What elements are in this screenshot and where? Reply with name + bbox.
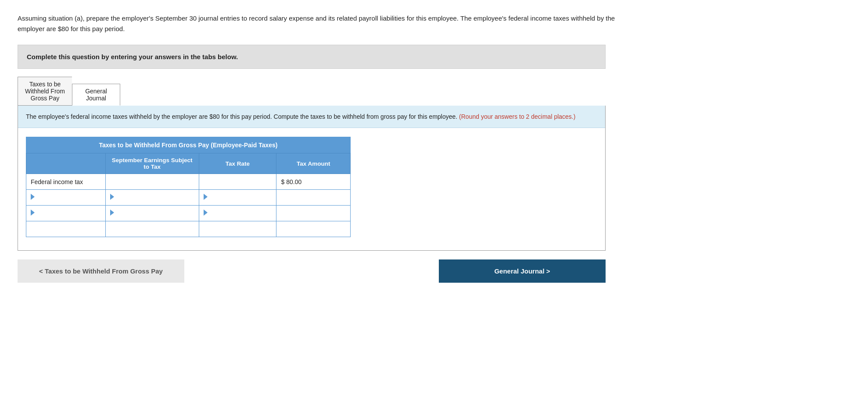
tabs-container: Taxes to be Withheld From Gross Pay Gene… (18, 77, 606, 106)
row-2-earnings[interactable] (105, 190, 199, 206)
row-4-label[interactable] (26, 221, 106, 237)
info-banner-red-text: (Round your answers to 2 decimal places.… (459, 113, 575, 120)
table-row (26, 221, 351, 237)
instruction-box: Complete this question by entering your … (18, 45, 606, 69)
nav-buttons: Taxes to be Withheld From Gross Pay Gene… (18, 259, 606, 283)
row-1-earnings-input[interactable] (110, 178, 194, 185)
row-3-label-input[interactable] (38, 210, 100, 217)
intro-text: Assuming situation (a), prepare the empl… (18, 13, 632, 34)
row-4-amount-input[interactable] (281, 226, 346, 233)
next-button[interactable]: General Journal (439, 259, 606, 283)
table-row: Federal income tax $ 80.00 (26, 174, 351, 190)
prev-button[interactable]: Taxes to be Withheld From Gross Pay (18, 259, 184, 283)
row-1-rate-input[interactable] (204, 178, 272, 185)
row-3-earnings-input[interactable] (118, 210, 193, 217)
col-header-label (26, 153, 106, 174)
triangle-icon (110, 210, 114, 216)
col-header-rate: Tax Rate (199, 153, 276, 174)
table-row (26, 206, 351, 221)
row-4-earnings[interactable] (105, 221, 199, 237)
tab-journal-line2: Journal (79, 95, 113, 102)
tab-journal[interactable]: General Journal (72, 84, 120, 106)
tab-taxes-line3: Gross Pay (25, 95, 65, 102)
tax-table: Taxes to be Withheld From Gross Pay (Emp… (26, 137, 351, 237)
prev-button-label: Taxes to be Withheld From Gross Pay (45, 267, 163, 275)
row-2-label[interactable] (26, 190, 106, 206)
triangle-icon (31, 194, 35, 200)
row-1-amount-value: 80.00 (286, 178, 301, 185)
triangle-icon (204, 194, 208, 200)
table-section: Taxes to be Withheld From Gross Pay (Emp… (18, 128, 605, 250)
row-2-earnings-input[interactable] (118, 194, 193, 201)
info-banner-main-text: The employee's federal income taxes with… (26, 113, 457, 120)
next-button-label: General Journal (494, 267, 544, 275)
triangle-icon (110, 194, 114, 200)
row-1-earnings[interactable] (105, 174, 199, 190)
row-1-dollar: $ (281, 178, 286, 185)
table-title: Taxes to be Withheld From Gross Pay (Emp… (26, 137, 351, 153)
triangle-icon (204, 210, 208, 216)
col-header-amount: Tax Amount (276, 153, 351, 174)
info-banner: The employee's federal income taxes with… (18, 106, 605, 128)
row-4-amount[interactable] (276, 221, 351, 237)
row-1-amount: $ 80.00 (276, 174, 351, 190)
row-4-label-input[interactable] (31, 226, 101, 233)
table-row (26, 190, 351, 206)
row-3-amount[interactable] (276, 206, 351, 221)
row-3-amount-input[interactable] (281, 210, 346, 217)
row-2-amount-input[interactable] (281, 194, 346, 201)
row-4-rate[interactable] (199, 221, 276, 237)
content-area: The employee's federal income taxes with… (18, 106, 606, 251)
tab-taxes[interactable]: Taxes to be Withheld From Gross Pay (18, 77, 72, 106)
row-4-rate-input[interactable] (204, 226, 272, 233)
triangle-icon (31, 210, 35, 216)
row-2-label-input[interactable] (38, 194, 100, 201)
row-2-rate[interactable] (199, 190, 276, 206)
row-3-label[interactable] (26, 206, 106, 221)
row-4-earnings-input[interactable] (110, 226, 194, 233)
row-3-rate-input[interactable] (211, 210, 270, 217)
row-1-rate[interactable] (199, 174, 276, 190)
row-2-amount[interactable] (276, 190, 351, 206)
row-2-rate-input[interactable] (211, 194, 270, 201)
col-header-earnings: September Earnings Subject to Tax (105, 153, 199, 174)
row-3-earnings[interactable] (105, 206, 199, 221)
arrow-left-icon (39, 267, 45, 275)
row-3-rate[interactable] (199, 206, 276, 221)
row-1-label: Federal income tax (26, 174, 106, 190)
tab-taxes-line2: Withheld From (25, 88, 65, 95)
arrow-right-icon (545, 267, 550, 275)
tab-journal-line1: General (79, 88, 113, 95)
tab-taxes-line1: Taxes to be (25, 81, 65, 88)
